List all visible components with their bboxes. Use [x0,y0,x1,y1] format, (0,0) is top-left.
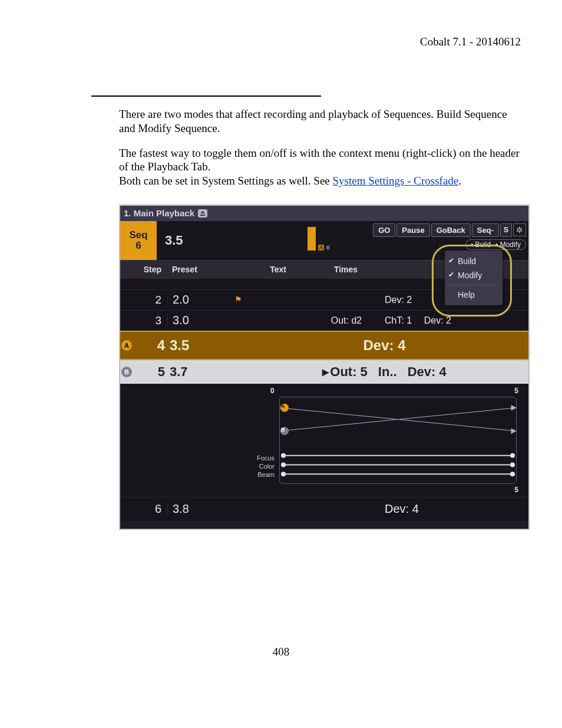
xf-beam-label: Beam [257,471,275,478]
row3-times: Out: d2 [314,315,379,326]
row-a-active[interactable]: A 4 3.5 Dev: 4 [120,331,528,360]
paragraph-1: There are two modes that affect recordin… [119,107,521,136]
xf-scale-start: 0 [270,387,275,395]
row3-dev: Dev: 2 [424,315,451,325]
seq-cell[interactable]: Seq 6 [120,221,157,260]
col-text: Text [243,265,313,274]
preset-value: 2.0 ⚑ [167,293,243,307]
paragraph-2a: The fastest way to toggle them on/off is… [119,147,520,173]
playback-screenshot: 1. Main Playback Seq 6 3.5 A B [119,205,530,530]
seq-number: 6 [135,241,141,251]
preset-value: 3.0 [167,314,243,327]
link-system-settings-crossfade[interactable]: System Settings - Crossfade [333,174,459,187]
svg-point-6 [281,453,286,457]
step-number: 2 [120,294,167,307]
badge-b: B [121,367,132,377]
ctx-help[interactable]: Help [445,288,503,302]
xf-focus-label: Focus [257,454,275,462]
xf-scale-end-bottom: 5 [514,486,518,494]
badge-a: A [121,340,132,351]
step-number: 3 [120,314,167,327]
svg-point-10 [281,472,286,476]
col-preset: Preset [167,265,243,274]
rowB-in: In.. [378,364,397,380]
col-times: Times [313,265,378,274]
s-button[interactable]: S [500,223,512,237]
doc-header: Cobalt 7.1 - 20140612 [35,35,521,48]
preset-value: 3.8 [167,502,243,516]
seq-current-value: 3.5 [157,233,183,248]
seq-toolbar: Seq 6 3.5 A B GO Pause GoBack Seq- S [120,221,528,260]
step-number: 5 [135,364,170,380]
paragraph-2c: . [458,174,461,187]
col-step: Step [120,265,167,274]
mini-level-indicator: A B [308,227,330,251]
page-number: 408 [0,645,562,658]
svg-point-8 [281,462,286,467]
rowB-out: Out: 5 [322,364,368,380]
preset-value: 3.7 [170,364,240,380]
ctx-build[interactable]: Build [445,254,503,268]
crossfade-diagram: Focus Color Beam 0 5 5 [120,384,528,497]
row6-dev: Dev: 4 [379,502,528,516]
ctx-divider [448,285,499,285]
tab-undock-icon[interactable] [198,209,207,218]
tab-title: 1. Main Playback [124,208,194,218]
flag-icon: ⚑ [234,295,242,304]
tab-header[interactable]: 1. Main Playback [120,206,528,221]
svg-point-11 [510,472,515,476]
svg-point-9 [510,462,515,467]
rowB-dev: Dev: 4 [408,364,447,380]
goback-button[interactable]: GoBack [431,223,471,237]
mini-b-label: B [326,245,330,251]
horizontal-rule [91,95,321,97]
context-menu: Build Modify Help [445,251,503,305]
paragraph-2: The fastest way to toggle them on/off is… [119,146,521,188]
preset-value: 3.5 [170,337,240,354]
go-button[interactable]: GO [373,223,395,237]
xf-color-label: Color [259,463,275,470]
xf-scale-end-top: 5 [514,387,518,395]
table-row[interactable]: 3 3.0 Out: d2 ChT: 1 Dev: 2 [120,310,528,331]
rowA-dev: Dev: 4 [363,337,405,354]
build-modify-pill[interactable]: Build Modify [465,239,526,250]
ctx-modify[interactable]: Modify [445,268,503,282]
step-number: 4 [135,337,170,354]
svg-point-7 [510,453,515,457]
seq-label: Seq [129,230,147,241]
pause-button[interactable]: Pause [396,223,429,237]
mini-a-label: A [318,245,324,251]
gear-icon[interactable]: ✲ [513,223,526,236]
row-b-next[interactable]: B 5 3.7 Out: 5 In.. Dev: 4 [120,360,528,384]
pill-modify[interactable]: Modify [495,241,521,249]
seq-minus-button[interactable]: Seq- [472,223,499,237]
pill-build[interactable]: Build [471,241,491,249]
row3-cht: ChT: 1 [385,315,412,325]
step-number: 6 [120,502,167,516]
paragraph-2b: Both can be set in System Settings as we… [119,174,333,187]
table-row[interactable]: 6 3.8 Dev: 4 [120,497,528,521]
xf-a-badge: A [281,403,285,409]
xf-b-badge: B [281,427,285,433]
